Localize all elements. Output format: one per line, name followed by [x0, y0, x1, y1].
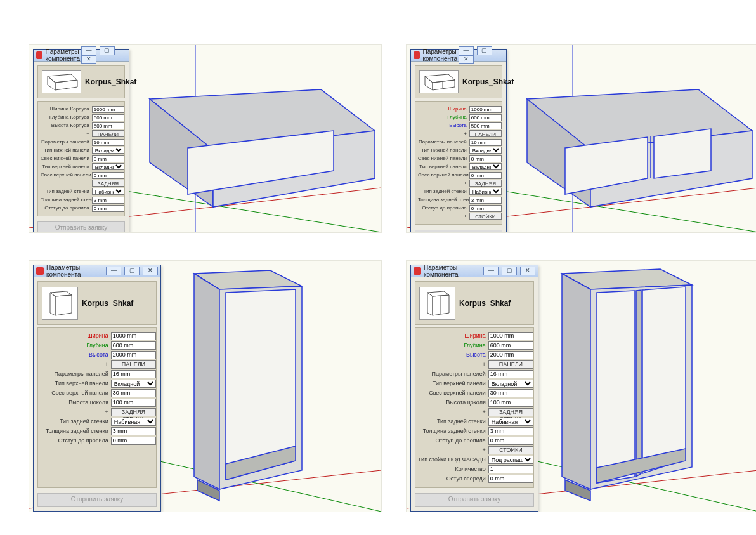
label-plus: + [418, 213, 469, 219]
bottom-overhang-input[interactable] [92, 155, 124, 162]
label-width: Ширина Корпуса [41, 106, 92, 112]
top-type-select[interactable]: Вкладная [92, 163, 124, 170]
top-type-select[interactable]: Вкладной [111, 380, 156, 388]
window-maximize-button[interactable]: ▢ [124, 267, 140, 275]
panel-thickness-input[interactable] [92, 139, 124, 146]
panel-thickness-input[interactable] [488, 370, 533, 378]
component-title: Korpus_Shkaf [459, 299, 511, 308]
svg-marker-7 [48, 74, 77, 83]
posts-section-button[interactable]: СТОЙКИ [488, 446, 533, 454]
submit-button[interactable]: Отправить заявку [37, 493, 157, 507]
post-count-input[interactable] [488, 465, 533, 473]
window-close-button[interactable]: ✕ [81, 55, 96, 64]
component-options-dialog[interactable]: Параметры компонента — ▢ ✕ Korpus_Shkaf … [33, 49, 129, 233]
back-type-select[interactable]: Набивная [111, 418, 156, 426]
back-section-button[interactable]: ЗАДНЯЯ СТЕНКА [469, 180, 502, 187]
back-thickness-input[interactable] [488, 427, 533, 435]
top-type-select[interactable]: Вкладной [488, 380, 533, 388]
back-offset-input[interactable] [469, 205, 502, 212]
back-thickness-input[interactable] [111, 427, 156, 435]
window-maximize-button[interactable]: ▢ [477, 46, 492, 55]
component-options-dialog[interactable]: Параметры компонента — ▢ ✕ Korpus_Shkaf … [410, 49, 507, 233]
app-icon [36, 267, 44, 275]
front-offset-input[interactable] [488, 475, 533, 483]
top-type-select[interactable]: Вкладная [469, 163, 502, 170]
label-height: Высота [418, 122, 469, 128]
label-plus: + [41, 180, 92, 186]
submit-button[interactable]: Отправить заявку [415, 493, 534, 507]
depth-input[interactable] [111, 341, 156, 350]
label-top-type: Тип верхней панели [41, 164, 92, 169]
width-input[interactable] [92, 106, 124, 113]
window-close-button[interactable]: ✕ [520, 267, 535, 275]
dialog-titlebar[interactable]: Параметры компонента — ▢ ✕ [34, 50, 129, 62]
posts-section-button[interactable]: СТОЙКИ [469, 213, 502, 220]
window-maximize-button[interactable]: ▢ [502, 267, 517, 275]
window-maximize-button[interactable]: ▢ [100, 46, 115, 55]
svg-marker-33 [55, 295, 72, 315]
dialog-titlebar[interactable]: Параметры компонента — ▢ ✕ [411, 265, 538, 277]
post-type-select[interactable]: Под распашные [488, 456, 533, 464]
label-plus: + [41, 361, 111, 367]
height-input[interactable] [469, 122, 502, 129]
back-type-select[interactable]: Набивная [92, 188, 124, 195]
dialog-title: Параметры компонента [45, 48, 80, 62]
width-input[interactable] [111, 332, 156, 340]
submit-button[interactable]: Отправить заявку [415, 230, 502, 233]
window-minimize-button[interactable]: — [106, 267, 121, 275]
back-thickness-input[interactable] [92, 197, 124, 204]
back-section-button[interactable]: ЗАДНЯЯ СТЕНКА [111, 408, 156, 416]
panel-thickness-input[interactable] [469, 139, 502, 146]
window-minimize-button[interactable]: — [459, 46, 474, 55]
panel-thickness-input[interactable] [111, 370, 156, 378]
dialog-titlebar[interactable]: Параметры компонента — ▢ ✕ [411, 50, 506, 62]
height-input[interactable] [92, 122, 124, 129]
bottom-overhang-input[interactable] [469, 155, 502, 162]
label-back-type: Тип задней стенки [41, 418, 111, 425]
plinth-height-input[interactable] [488, 399, 533, 407]
window-minimize-button[interactable]: — [483, 267, 499, 275]
label-bottom-type: Тип нижней панели [41, 147, 92, 153]
width-input[interactable] [488, 332, 533, 340]
top-overhang-input[interactable] [469, 172, 502, 179]
bottom-type-select[interactable]: Вкладная [92, 147, 124, 154]
component-options-dialog[interactable]: Параметры компонента — ▢ ✕ Korpus_Shkaf … [33, 265, 161, 512]
window-minimize-button[interactable]: — [81, 46, 96, 55]
depth-input[interactable] [469, 114, 502, 121]
top-overhang-input[interactable] [92, 172, 124, 179]
plinth-height-input[interactable] [111, 399, 156, 407]
dialog-titlebar[interactable]: Параметры компонента — ▢ ✕ [34, 265, 160, 277]
back-thickness-input[interactable] [469, 197, 502, 204]
label-width: Ширина [418, 333, 488, 339]
component-options-dialog[interactable]: Параметры компонента — ▢ ✕ Korpus_Shkaf … [410, 265, 538, 512]
bottom-type-select[interactable]: Вкладная [469, 147, 502, 154]
panels-section-button[interactable]: ПАНЕЛИ [111, 360, 156, 369]
back-section-button[interactable]: ЗАДНЯЯ СТЕНКА [488, 408, 533, 416]
top-overhang-input[interactable] [488, 389, 533, 397]
back-offset-input[interactable] [111, 437, 156, 445]
depth-input[interactable] [488, 341, 533, 350]
window-close-button[interactable]: ✕ [459, 55, 474, 64]
back-section-button[interactable]: ЗАДНЯЯ СТЕНКА [92, 180, 124, 187]
back-type-select[interactable]: Набивная [469, 188, 502, 195]
depth-input[interactable] [92, 114, 124, 121]
label-back-th: Толщина задней стенки [418, 197, 469, 202]
submit-button[interactable]: Отправить заявку [37, 221, 125, 233]
top-overhang-input[interactable] [111, 389, 156, 397]
height-input[interactable] [111, 351, 156, 359]
panels-section-button[interactable]: ПАНЕЛИ [469, 130, 502, 137]
label-back-off: Отступ до пропила [41, 437, 111, 444]
width-input[interactable] [469, 106, 502, 113]
panels-section-button[interactable]: ПАНЕЛИ [488, 360, 533, 369]
back-offset-input[interactable] [92, 205, 124, 212]
back-type-select[interactable]: Набивная [488, 418, 533, 426]
component-title: Korpus_Shkaf [85, 77, 136, 86]
svg-marker-17 [654, 129, 711, 178]
panels-section-button[interactable]: ПАНЕЛИ [92, 130, 124, 137]
label-back-th: Толщина задней стенки [418, 428, 488, 434]
label-back-off: Отступ до пропила [41, 205, 92, 211]
window-close-button[interactable]: ✕ [143, 267, 158, 275]
label-top-type: Тип верхней панели [41, 380, 111, 386]
height-input[interactable] [488, 351, 533, 359]
back-offset-input[interactable] [488, 437, 533, 445]
